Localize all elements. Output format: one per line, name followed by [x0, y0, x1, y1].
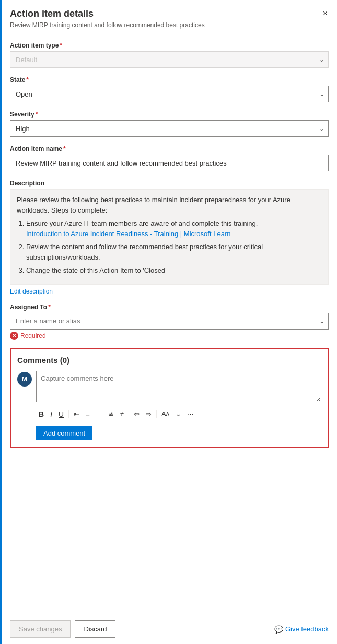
state-select-wrapper: Open Closed In Progress ⌄ — [10, 86, 329, 102]
action-item-type-field: Action item type* Default ⌄ — [10, 42, 329, 68]
feedback-icon: 💬 — [274, 625, 283, 634]
align-left-button[interactable]: ⇤ — [71, 408, 82, 419]
panel-header: Action item details Review MIRP training… — [2, 0, 337, 33]
severity-select-wrapper: High Medium Low ⌄ — [10, 120, 329, 137]
state-field: State* Open Closed In Progress ⌄ — [10, 76, 329, 102]
align-right-button[interactable]: ≢ — [106, 408, 117, 419]
severity-label: Severity* — [10, 111, 329, 118]
comment-input-row: M — [17, 371, 321, 402]
list-unordered-button[interactable]: ≡ — [83, 408, 92, 419]
bold-button[interactable]: B — [36, 408, 47, 420]
chevron-dropdown-button[interactable]: ⌄ — [173, 408, 184, 419]
comments-title: Comments (0) — [17, 356, 321, 365]
action-item-name-field: Action item name* — [10, 145, 329, 171]
add-comment-button[interactable]: Add comment — [36, 426, 92, 440]
outdent-button[interactable]: ⇦ — [131, 408, 142, 419]
description-intro: Please review the following best practic… — [17, 196, 290, 214]
action-item-type-select-wrapper: Default ⌄ — [10, 51, 329, 68]
toolbar-separator-2 — [129, 410, 129, 418]
underline-button[interactable]: U — [56, 408, 66, 420]
action-item-type-select[interactable]: Default — [10, 51, 329, 68]
state-select[interactable]: Open Closed In Progress — [10, 86, 329, 102]
panel-subtitle: Review MIRP training content and follow … — [10, 21, 329, 29]
comment-textarea[interactable] — [36, 371, 321, 402]
description-steps: Ensure your Azure IT team members are aw… — [17, 218, 322, 276]
description-step-2: Review the content and follow the recomm… — [26, 242, 322, 262]
assigned-to-select-wrapper: ⌄ — [10, 313, 329, 330]
description-step-1: Ensure your Azure IT team members are aw… — [26, 218, 322, 239]
state-label: State* — [10, 76, 329, 84]
comment-toolbar: B I U ⇤ ≡ ≣ ≢ ≠ ⇦ ⇨ AA ⌄ ··· — [36, 406, 321, 422]
description-field: Description Please review the following … — [10, 180, 329, 295]
toolbar-separator-1 — [68, 410, 69, 418]
footer-left: Save changes Discard — [10, 620, 115, 638]
assigned-to-label: Assigned To* — [10, 303, 329, 311]
description-box: Please review the following best practic… — [10, 189, 329, 285]
indent-button[interactable]: ⇨ — [143, 408, 154, 419]
italic-button[interactable]: I — [48, 408, 55, 420]
more-options-button[interactable]: ··· — [185, 408, 196, 419]
give-feedback-link[interactable]: 💬 Give feedback — [274, 625, 329, 634]
align-center-button[interactable]: ≣ — [94, 408, 104, 419]
comments-section: Comments (0) M B I U ⇤ ≡ ≣ ≢ ≠ ⇦ ⇨ AA — [10, 348, 329, 448]
description-step-3: Change the state of this Action Item to … — [26, 265, 322, 276]
required-error: ✕ Required — [10, 332, 329, 340]
panel-body: Action item type* Default ⌄ State* Open … — [2, 33, 337, 614]
assigned-to-field: Assigned To* ⌄ ✕ Required — [10, 303, 329, 340]
save-changes-button[interactable]: Save changes — [10, 620, 71, 638]
close-button[interactable]: × — [321, 7, 330, 20]
discard-button[interactable]: Discard — [75, 620, 115, 638]
panel-title: Action item details — [10, 8, 329, 19]
toolbar-separator-3 — [156, 410, 157, 418]
panel-footer: Save changes Discard 💬 Give feedback — [2, 614, 337, 644]
edit-description-link[interactable]: Edit description — [10, 288, 53, 295]
error-icon: ✕ — [10, 332, 18, 340]
assigned-to-input[interactable] — [10, 313, 329, 330]
training-link[interactable]: Introduction to Azure Incident Readiness… — [26, 230, 230, 238]
description-label: Description — [10, 180, 329, 187]
action-item-name-label: Action item name* — [10, 145, 329, 153]
severity-field: Severity* High Medium Low ⌄ — [10, 111, 329, 137]
action-item-type-label: Action item type* — [10, 42, 329, 49]
avatar: M — [17, 372, 32, 387]
font-size-button[interactable]: AA — [159, 408, 172, 419]
action-item-name-input[interactable] — [10, 155, 329, 171]
justify-button[interactable]: ≠ — [118, 408, 126, 419]
severity-select[interactable]: High Medium Low — [10, 120, 329, 137]
action-item-panel: Action item details Review MIRP training… — [0, 0, 337, 644]
